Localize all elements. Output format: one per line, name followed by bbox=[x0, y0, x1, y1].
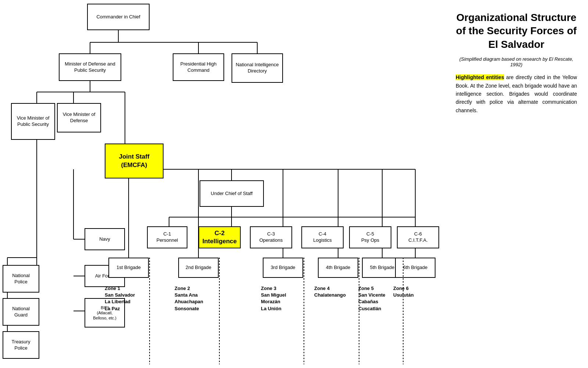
brigade6-box: 6th Brigade bbox=[395, 258, 435, 278]
brigade6-label: 6th Brigade bbox=[403, 265, 428, 271]
zone6-text: Zone 6 Usulután bbox=[393, 285, 414, 298]
brigade1-label: 1st Brigade bbox=[116, 265, 141, 271]
national-intel-box: National Intelligence Directory bbox=[232, 53, 283, 83]
main-title: Organizational Structure of the Security… bbox=[456, 11, 577, 51]
brigade3-box: 3rd Brigade bbox=[263, 258, 303, 278]
national-police-box: National Police bbox=[3, 265, 39, 293]
joint-staff-label: Joint Staff (EMCFA) bbox=[119, 153, 149, 169]
commander-box: Commander in Chief bbox=[87, 4, 150, 30]
brigade4-label: 4th Brigade bbox=[326, 265, 351, 271]
under-chief-label: Under Chief of Staff bbox=[211, 191, 253, 197]
minister-label: Minister of Defense and Public Security bbox=[62, 61, 118, 74]
c1-label: C-1 Personnel bbox=[157, 231, 178, 244]
c5-label: C-5 Psy Ops bbox=[361, 231, 379, 244]
presidential-box: Presidential High Command bbox=[173, 53, 224, 81]
zone4-text: Zone 4 Chalatenango bbox=[314, 285, 346, 298]
c3-box: C-3 Operations bbox=[250, 226, 292, 248]
vice-public-label: Vice Minister of Public Security bbox=[14, 115, 52, 128]
national-guard-label: National Guard bbox=[6, 306, 36, 318]
c6-label: C-6 C.I.T.F.A. bbox=[408, 231, 428, 244]
org-chart: Commander in Chief Presidential High Com… bbox=[0, 0, 448, 368]
treasury-police-label: Treasury Police bbox=[6, 339, 36, 351]
national-intel-label: National Intelligence Directory bbox=[234, 62, 280, 74]
c2-box: C-2 Intelligence bbox=[198, 226, 241, 248]
info-panel: Organizational Structure of the Security… bbox=[448, 0, 588, 368]
c3-label: C-3 Operations bbox=[259, 231, 283, 244]
highlight-text: Highlighted entities bbox=[456, 74, 504, 80]
national-police-label: National Police bbox=[6, 273, 36, 285]
c6-box: C-6 C.I.T.F.A. bbox=[397, 226, 439, 248]
zone2-text: Zone 2 Santa Ana Ahuachapan Sonsonate bbox=[175, 285, 203, 312]
national-guard-box: National Guard bbox=[3, 298, 39, 326]
navy-label: Navy bbox=[99, 236, 110, 243]
navy-box: Navy bbox=[85, 228, 125, 250]
brigade2-label: 2nd Brigade bbox=[186, 265, 211, 271]
brigade5-label: 5th Brigade bbox=[370, 265, 395, 271]
vice-defense-label: Vice Minister of Defense bbox=[60, 112, 98, 124]
c4-label: C-4 Logistics bbox=[313, 231, 332, 244]
c2-label: C-2 Intelligence bbox=[202, 229, 237, 245]
zone1-text: Zone 1 San Salvador La Libertad La Paz bbox=[105, 285, 135, 312]
legend-body: Highlighted entities are directly cited … bbox=[456, 73, 577, 114]
c5-box: C-5 Psy Ops bbox=[349, 226, 391, 248]
brigade2-box: 2nd Brigade bbox=[178, 258, 219, 278]
joint-staff-box: Joint Staff (EMCFA) bbox=[105, 144, 164, 178]
zone5-text: Zone 5 San Vicente Cabañas Cuscatlán bbox=[358, 285, 385, 312]
under-chief-box: Under Chief of Staff bbox=[200, 180, 264, 207]
commander-label: Commander in Chief bbox=[96, 14, 140, 20]
treasury-police-box: Treasury Police bbox=[3, 331, 39, 359]
brigade4-box: 4th Brigade bbox=[318, 258, 358, 278]
c1-box: C-1 Personnel bbox=[147, 226, 187, 248]
subtitle: (Simplified diagram based on research by… bbox=[456, 56, 577, 67]
presidential-label: Presidential High Command bbox=[176, 61, 221, 74]
brigade1-box: 1st Brigade bbox=[108, 258, 149, 278]
zone3-text: Zone 3 San Miguel Morazán La Unión bbox=[261, 285, 286, 312]
minister-box: Minister of Defense and Public Security bbox=[59, 53, 121, 81]
c4-box: C-4 Logistics bbox=[301, 226, 344, 248]
vice-public-box: Vice Minister of Public Security bbox=[11, 103, 55, 140]
legend-rest: are directly cited in the Yellow Book. A… bbox=[456, 74, 577, 113]
vice-defense-box: Vice Minister of Defense bbox=[57, 103, 101, 132]
brigade3-label: 3rd Brigade bbox=[270, 265, 295, 271]
